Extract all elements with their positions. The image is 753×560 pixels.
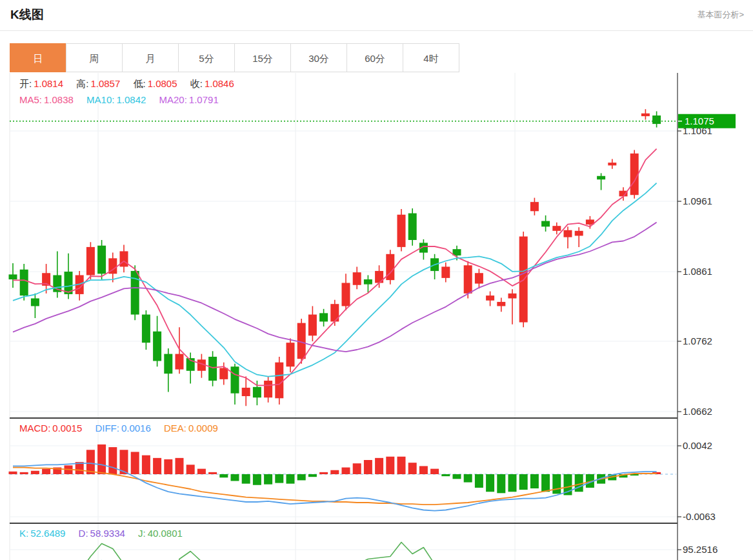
d-label: D: bbox=[79, 528, 88, 539]
ohlc-legend: 开:1.0814 高:1.0857 低:1.0805 收:1.0846 bbox=[19, 78, 245, 90]
tab-week[interactable]: 周 bbox=[66, 43, 123, 72]
svg-text:-0.0063: -0.0063 bbox=[683, 511, 716, 522]
svg-text:95.2516: 95.2516 bbox=[683, 544, 718, 555]
diff-label: DIFF: bbox=[95, 423, 119, 434]
current-price-badge: 1.1075 bbox=[678, 114, 736, 128]
j-label: J: bbox=[138, 528, 146, 539]
open-value: 1.0814 bbox=[34, 78, 63, 89]
ma10-label: MA10: bbox=[86, 94, 114, 105]
tab-15min[interactable]: 15分 bbox=[234, 43, 291, 72]
svg-text:1.0861: 1.0861 bbox=[683, 266, 712, 277]
ma5-value: 1.0838 bbox=[44, 94, 74, 105]
d-value: 58.9334 bbox=[90, 528, 125, 539]
dea-label: DEA: bbox=[164, 423, 186, 434]
close-label: 收: bbox=[190, 78, 203, 89]
diff-value: 0.0016 bbox=[121, 423, 151, 434]
low-value: 1.0805 bbox=[148, 78, 177, 89]
open-label: 开: bbox=[19, 78, 32, 89]
axis-layer: 1.10611.09611.08611.07621.06620.0042-0.0… bbox=[10, 73, 718, 560]
ma-legend: MA5:1.0838 MA10:1.0842 MA20:1.0791 bbox=[19, 94, 229, 105]
high-label: 高: bbox=[76, 78, 88, 89]
tab-30min[interactable]: 30分 bbox=[290, 43, 347, 72]
svg-text:1.0961: 1.0961 bbox=[683, 195, 712, 206]
ma20-value: 1.0791 bbox=[189, 94, 219, 105]
ma10-value: 1.0842 bbox=[116, 94, 146, 105]
j-value: 40.0801 bbox=[148, 528, 183, 539]
tab-60min[interactable]: 60分 bbox=[346, 43, 403, 72]
macd-label: MACD: bbox=[19, 423, 50, 434]
close-value: 1.0846 bbox=[205, 78, 234, 89]
k-label: K: bbox=[19, 528, 28, 539]
kdj-legend: K:52.6489 D:58.9334 J:40.0801 bbox=[19, 528, 193, 539]
interval-tabs: 日 周 月 5分 15分 30分 60分 4时 bbox=[10, 43, 459, 72]
svg-text:0.0042: 0.0042 bbox=[683, 440, 712, 451]
ma20-label: MA20: bbox=[159, 94, 187, 105]
tab-4hour[interactable]: 4时 bbox=[403, 43, 459, 72]
ma5-label: MA5: bbox=[19, 94, 42, 105]
svg-text:1.0762: 1.0762 bbox=[683, 335, 712, 346]
tab-month[interactable]: 月 bbox=[122, 43, 179, 72]
low-label: 低: bbox=[133, 78, 145, 89]
svg-text:1.0662: 1.0662 bbox=[683, 406, 712, 417]
dea-value: 0.0009 bbox=[188, 423, 218, 434]
k-value: 52.6489 bbox=[30, 528, 65, 539]
high-value: 1.0857 bbox=[90, 78, 120, 89]
macd-value: 0.0015 bbox=[52, 423, 82, 434]
macd-legend: MACD:0.0015 DIFF:0.0016 DEA:0.0009 bbox=[19, 423, 228, 434]
tab-day[interactable]: 日 bbox=[10, 43, 66, 72]
tab-5min[interactable]: 5分 bbox=[178, 43, 235, 72]
svg-text:1.1075: 1.1075 bbox=[685, 115, 714, 126]
macd-layer bbox=[9, 445, 661, 511]
kdj-layer bbox=[13, 543, 657, 560]
